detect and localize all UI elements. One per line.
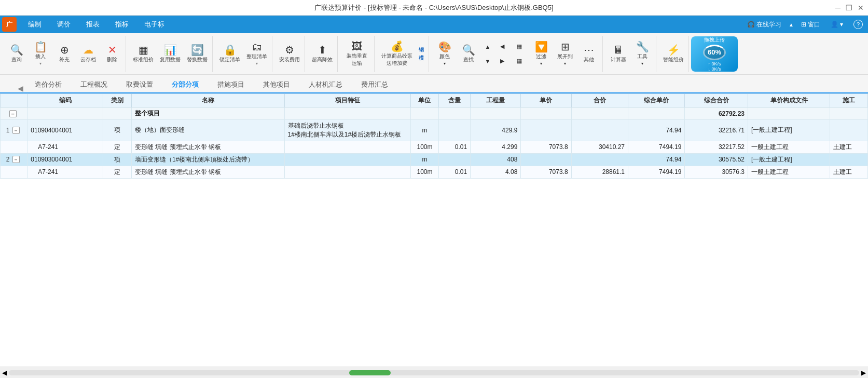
table-row-1-sub: A7-241 定 变形缝 填缝 预埋式止水带 钢板 100m 0.01 4.29… [1, 141, 868, 153]
menu-dianzibiao[interactable]: 电子标 [137, 18, 172, 31]
calc-pump-button[interactable]: 💰 计算商品砼泵送增加费 [379, 38, 415, 70]
table-row-total: － 整个项目 62792.23 [1, 107, 868, 120]
th-total-price: 合价 [571, 94, 628, 107]
grid-view-2-button[interactable]: ▦ [510, 55, 529, 68]
supplement-button[interactable]: ⊕ 补充 [53, 38, 76, 70]
minimize-button[interactable]: ─ [835, 4, 841, 12]
horizontal-scrollbar[interactable] [9, 370, 859, 375]
toolbar-group-superhigh: ⬆ 超高降效 [307, 36, 338, 72]
cloud-upload-widget[interactable]: 拖拽上传 60% ↑ 0K/s ↓ 0K/s [691, 36, 738, 72]
grid-icon: ⊞ [801, 21, 806, 28]
total-code [27, 107, 103, 120]
tab-cost-analysis[interactable]: 造价分析 [25, 77, 71, 93]
window-button[interactable]: ⊞ 窗口 [798, 19, 823, 30]
color-button[interactable]: 🎨 颜色 ▾ [433, 38, 456, 70]
tab-other-items[interactable]: 其他项目 [254, 77, 299, 93]
th-comp-total: 综合合价 [685, 94, 748, 107]
user-icon: 👤 [831, 21, 838, 28]
scroll-left-button[interactable]: ◀ [2, 369, 7, 376]
arrow-down-button[interactable]: ▼ [481, 55, 494, 68]
menu-bianzhi[interactable]: 编制 [21, 18, 49, 31]
close-button[interactable]: ✕ [858, 4, 864, 12]
tab-project-overview[interactable]: 工程概况 [71, 77, 117, 93]
scrollbar-thumb[interactable] [349, 370, 391, 375]
decorate-transport-button[interactable]: 🖼 装饰垂直运输 [342, 38, 372, 70]
tab-fee-settings[interactable]: 取费设置 [117, 77, 162, 93]
filter-button[interactable]: 🔽 过滤 ▾ [530, 38, 553, 70]
calculator-button[interactable]: 🖩 计算器 [607, 38, 630, 70]
row2s-qty: 0.01 [439, 166, 471, 178]
find-button[interactable]: 🔍 查找 [457, 38, 480, 70]
tab-labor-materials[interactable]: 人材机汇总 [299, 77, 352, 93]
table-row-2: 2 － 010903004001 项 墙面变形缝（1#楼南北侧库顶板处后浇带） … [1, 153, 868, 166]
toolbar-group-pump: 💰 计算商品砼泵送增加费 钢 模 [377, 36, 429, 72]
arrow-up-button[interactable]: ▲ [481, 40, 494, 53]
online-study-button[interactable]: 🎧 在线学习 [744, 19, 784, 30]
scroll-right-button[interactable]: ▶ [861, 369, 866, 376]
std-price-icon: ▦ [139, 45, 148, 55]
tab-cost-summary[interactable]: 费用汇总 [352, 77, 397, 93]
tab-measures[interactable]: 措施项目 [208, 77, 254, 93]
row1s-name: 变形缝 填缝 预埋式止水带 钢板 [131, 141, 284, 153]
row2-code: 010903004001 [27, 153, 103, 166]
supplement-icon: ⊕ [60, 45, 69, 55]
expand-button[interactable]: ⊞ 展开到 ▾ [554, 38, 576, 70]
total-volume [471, 107, 521, 120]
toolbar-group-basic: 🔍 查询 📋 插入 ▾ ⊕ 补充 ☁ 云存档 ✕ 删除 [3, 36, 126, 72]
total-rownum: － [1, 107, 27, 120]
arrow-right-button[interactable]: ▶ [495, 55, 509, 68]
install-cost-button[interactable]: ⚙ 安装费用 [277, 38, 302, 70]
row1s-price-file: 一般土建工程 [748, 141, 830, 153]
row1-type: 项 [103, 120, 132, 141]
row2s-unit-price: 7073.8 [521, 166, 571, 178]
tab-left-arrow[interactable]: ◀ [16, 84, 25, 92]
grid-view-1-button[interactable]: ▦ [510, 40, 529, 53]
lock-list-button[interactable]: 🔒 锁定清单 [217, 38, 243, 70]
maximize-button[interactable]: ❐ [846, 4, 852, 12]
row2-comp-unit-price: 74.94 [628, 153, 685, 166]
toolbar-group-list: 🔒 锁定清单 🗂 整理清单 ▾ [215, 36, 272, 72]
menu-zhibiao[interactable]: 指标 [108, 18, 136, 31]
title-bar: 广联达预算计价 - [投标管理 - 未命名 - C:\Users\ASUS\De… [0, 0, 868, 16]
row1-num: 1 － [1, 120, 27, 141]
total-unit [410, 107, 439, 120]
th-unit: 单位 [410, 94, 439, 107]
std-price-button[interactable]: ▦ 标准组价 [130, 38, 156, 70]
row2s-num [1, 166, 27, 178]
row2s-const: 土建工 [830, 166, 868, 178]
arrange-list-button[interactable]: 🗂 整理清单 ▾ [244, 38, 270, 70]
cloud-save-button[interactable]: ☁ 云存档 [77, 38, 100, 70]
menu-baobiao[interactable]: 报表 [79, 18, 107, 31]
super-high-button[interactable]: ⬆ 超高降效 [309, 38, 335, 70]
table-row-2-sub: A7-241 定 变形缝 填缝 预埋式止水带 钢板 100m 0.01 4.08… [1, 166, 868, 178]
row2s-feature [284, 166, 410, 178]
th-rownum [1, 94, 27, 107]
tab-section-items[interactable]: 分部分项 [162, 77, 208, 93]
row2-const [830, 153, 868, 166]
menu-tiaojia[interactable]: 调价 [50, 18, 78, 31]
row2-unit: m [410, 153, 439, 166]
expand-icon: ⊞ [561, 42, 570, 52]
row2-name: 墙面变形缝（1#楼南北侧库顶板处后浇带） [131, 153, 284, 166]
replace-data-button[interactable]: 🔄 替换数据 [184, 38, 210, 70]
reuse-data-button[interactable]: 📊 复用数据 [157, 38, 183, 70]
help-button[interactable]: ? [850, 19, 866, 30]
smart-price-button[interactable]: ⚡ 智能组价 [660, 38, 686, 70]
find-icon: 🔍 [462, 45, 475, 55]
insert-button[interactable]: 📋 插入 ▾ [29, 38, 52, 70]
steel-label: 钢 模 [416, 38, 426, 70]
insert-icon: 📋 [34, 42, 47, 52]
toolbar-group-smart: ⚡ 智能组价 [658, 36, 689, 72]
main-table-container[interactable]: 编码 类别 名称 项目特征 单位 含量 工程量 单价 合价 综合单价 综合合价 … [0, 93, 868, 367]
up-icon: ▲ [485, 44, 491, 50]
filter-icon: 🔽 [535, 42, 548, 52]
total-name: 整个项目 [131, 107, 284, 120]
row2s-type: 定 [103, 166, 132, 178]
query-button[interactable]: 🔍 查询 [5, 38, 28, 70]
user-button[interactable]: 👤▾ [828, 20, 846, 29]
tools-button[interactable]: 🔧 工具 ▾ [631, 38, 654, 70]
other-button[interactable]: ⋯ 其他 [577, 38, 600, 70]
cloud-save-icon: ☁ [83, 45, 93, 55]
arrow-left-button[interactable]: ◀ [495, 40, 509, 53]
delete-button[interactable]: ✕ 删除 [101, 38, 123, 70]
